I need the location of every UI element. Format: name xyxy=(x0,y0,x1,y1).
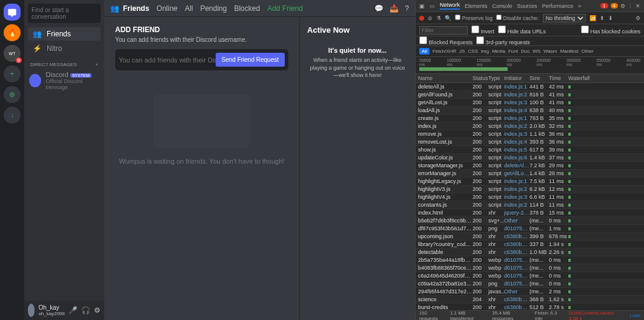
blocked-cookies-checkbox[interactable]: Has blocked cookies xyxy=(581,25,640,35)
type-filter-css[interactable]: CSS xyxy=(468,48,477,54)
tab-sources[interactable]: Sources xyxy=(517,3,537,9)
mute-icon[interactable]: 🎤 xyxy=(68,306,78,315)
search-input[interactable]: Find or start a conversation xyxy=(28,4,101,23)
upload-icon[interactable]: ⬆ xyxy=(600,15,605,21)
tab-add-friend[interactable]: Add Friend xyxy=(267,4,303,13)
request-row[interactable]: getAllFound.js200scriptindex.js:2816 B41… xyxy=(416,91,644,99)
request-list[interactable]: deleteAll.js200scriptindex.js:1441 B42 m… xyxy=(416,83,644,310)
settings-icon[interactable]: ⚙ xyxy=(94,306,101,315)
request-row[interactable]: constants.js200scriptindex.js:2114 B11 m… xyxy=(416,201,644,209)
type-filter-wasm[interactable]: Wasm xyxy=(543,48,557,54)
request-row[interactable]: create.js200scriptindex.js:1783 B35 ms xyxy=(416,115,644,122)
warn-badge[interactable]: 4 xyxy=(611,3,618,8)
download-icon[interactable]: ⬇ xyxy=(608,15,613,21)
request-row[interactable]: b4083fb88365f70ceb8...200webpd01075b...j… xyxy=(416,264,644,272)
nitro-nav[interactable]: ⚡ Nitro xyxy=(28,42,101,55)
request-row[interactable]: highlightLegacy.js200scriptindex.js:17.5… xyxy=(416,178,644,185)
request-row[interactable]: c6a249645d46209f337...200webpd01075b...j… xyxy=(416,272,644,280)
request-row[interactable]: highlightV3.js200scriptindex.js:26.2 kB1… xyxy=(416,185,644,193)
clear-icon[interactable]: ⊘ xyxy=(428,15,433,21)
blocked-req-checkbox[interactable]: Blocked Requests xyxy=(419,36,473,45)
type-filter-manifest[interactable]: Manifest xyxy=(560,48,578,54)
request-row[interactable]: remove.js200scriptindex.js:31.1 kB36 ms xyxy=(416,130,644,138)
throttle-select[interactable]: No throttling xyxy=(543,14,586,22)
tab-pending[interactable]: Pending xyxy=(200,4,227,13)
request-row[interactable]: b5eb2f7d6b3f8cc9b60...200svg+...Other(me… xyxy=(416,217,644,225)
type-filter-media[interactable]: Media xyxy=(492,48,505,54)
wifi-icon[interactable]: 📶 xyxy=(589,15,596,21)
request-row[interactable]: science204xhrc6380b0...j368 B1.62 s xyxy=(416,296,644,304)
close-icon[interactable]: ✕ xyxy=(636,3,640,9)
tabs-overflow-icon[interactable]: » xyxy=(578,3,581,9)
request-row[interactable]: index.js200scriptindex.js:22.0 kB32 ms xyxy=(416,122,644,130)
request-row[interactable]: show.js200scriptindex.js:5617 B39 ms xyxy=(416,146,644,154)
server-icon[interactable]: 🔥 xyxy=(4,24,21,41)
device-icon[interactable]: ▭ xyxy=(430,3,435,9)
col-initiator[interactable]: Initiator xyxy=(504,75,529,81)
request-row[interactable]: loadAll.js200scriptindex.js:4638 B40 ms xyxy=(416,107,644,115)
tab-all[interactable]: All xyxy=(185,4,193,13)
error-badge[interactable]: 1 xyxy=(600,3,608,8)
new-group-dm-icon[interactable]: 💬 xyxy=(374,4,383,13)
explore-icon[interactable]: ⊕ xyxy=(4,86,21,103)
col-size[interactable]: Size xyxy=(529,75,549,81)
request-row[interactable]: 294f95f4487d317e20b...200javas...Other(m… xyxy=(416,288,644,296)
request-row[interactable]: upcoming.json200xhrc6380b0...j399 B678 m… xyxy=(416,233,644,241)
type-filter-fetch/xhr[interactable]: Fetch/XHR xyxy=(433,48,456,54)
filter-toggle-icon[interactable]: ⚗ xyxy=(436,15,441,21)
friends-nav[interactable]: 👥 Friends xyxy=(28,27,101,41)
request-row[interactable]: df87c953f43b561d71f...200pngd01075b...j(… xyxy=(416,225,644,233)
gear-icon[interactable]: ⚙ xyxy=(636,15,640,21)
type-filter-other[interactable]: Other xyxy=(582,48,594,54)
tab-console[interactable]: Console xyxy=(493,3,513,9)
type-filter-doc[interactable]: Doc xyxy=(521,48,529,54)
request-row[interactable]: errorManager.js200scriptgetAllLost.js:11… xyxy=(416,170,644,178)
request-row[interactable]: c09a42a372ba81e3018...200pngd01075b...j(… xyxy=(416,280,644,288)
user-avatar[interactable] xyxy=(28,304,35,317)
type-filter-font[interactable]: Font xyxy=(508,48,518,54)
request-row[interactable]: index.html200xhrjquery-2.1...378 B15 ms xyxy=(416,209,644,217)
preserve-log-checkbox[interactable]: Preserve log xyxy=(455,15,493,21)
type-filter-all[interactable]: All xyxy=(419,48,430,55)
more-icon[interactable]: ⋮ xyxy=(628,3,633,9)
request-row[interactable]: 2b5a735ba44a18fb928...200webpd01075b...j… xyxy=(416,256,644,264)
add-dm-icon[interactable]: + xyxy=(95,62,98,67)
request-row[interactable]: deleteAll.js200scriptindex.js:1441 B42 m… xyxy=(416,83,644,91)
add-server-icon[interactable]: + xyxy=(4,65,21,82)
send-request-button[interactable]: Send Friend Request xyxy=(216,53,285,67)
hide-urls-checkbox[interactable]: Hide data URLs xyxy=(498,25,546,35)
col-time[interactable]: Time xyxy=(549,75,568,81)
tab-performance[interactable]: Performance xyxy=(542,3,574,9)
request-row[interactable]: storageManager.js200scriptdeleteAll.js:1… xyxy=(416,162,644,170)
filter-input[interactable] xyxy=(419,26,468,35)
add-friend-input[interactable] xyxy=(119,53,216,67)
dm-home-icon[interactable] xyxy=(4,4,21,21)
deafen-icon[interactable]: 🎧 xyxy=(81,306,90,315)
tab-network[interactable]: Network xyxy=(440,2,460,10)
type-filter-ws[interactable]: WS xyxy=(533,48,540,54)
tab-blocked[interactable]: Blocked xyxy=(234,4,260,13)
request-row[interactable]: detectable200xhrc6380b0...j1.0 MB2.26 s xyxy=(416,248,644,256)
third-party-checkbox[interactable]: 3rd-party requests xyxy=(476,36,530,45)
col-waterfall[interactable]: Waterfall xyxy=(568,75,642,81)
download-icon[interactable]: ↓ xyxy=(4,107,21,124)
tab-elements[interactable]: Elements xyxy=(465,3,488,9)
request-row[interactable]: library?country_code=IN200xhrc6380b0...j… xyxy=(416,241,644,248)
col-type[interactable]: Type xyxy=(488,75,504,81)
record-icon[interactable] xyxy=(419,16,424,21)
dm-user[interactable]: Discord SYSTEM Official Discord Message xyxy=(24,68,104,93)
request-row[interactable]: burst-credits200xhrc6380b0...j512 B2.78 … xyxy=(416,304,644,310)
help-icon[interactable]: ? xyxy=(405,4,409,13)
col-name[interactable]: Name xyxy=(418,75,473,81)
disable-cache-checkbox[interactable]: Disable cache: xyxy=(496,15,539,21)
request-row[interactable]: removeLost.js200scriptindex.js:4393 B36 … xyxy=(416,138,644,146)
tab-online[interactable]: Online xyxy=(156,4,178,13)
invert-checkbox[interactable]: Invert xyxy=(471,25,494,35)
inbox-icon[interactable]: 📥 xyxy=(390,4,399,13)
inspect-icon[interactable]: ▣ xyxy=(419,3,425,9)
search-icon[interactable]: 🔍 xyxy=(445,15,451,21)
type-filter-js[interactable]: JS xyxy=(459,48,465,54)
type-filter-img[interactable]: Img xyxy=(481,48,489,54)
timeline[interactable]: 50000 ms100000 ms150000 ms200000 ms25000… xyxy=(416,57,644,74)
settings-icon[interactable]: ⚙ xyxy=(620,3,625,9)
